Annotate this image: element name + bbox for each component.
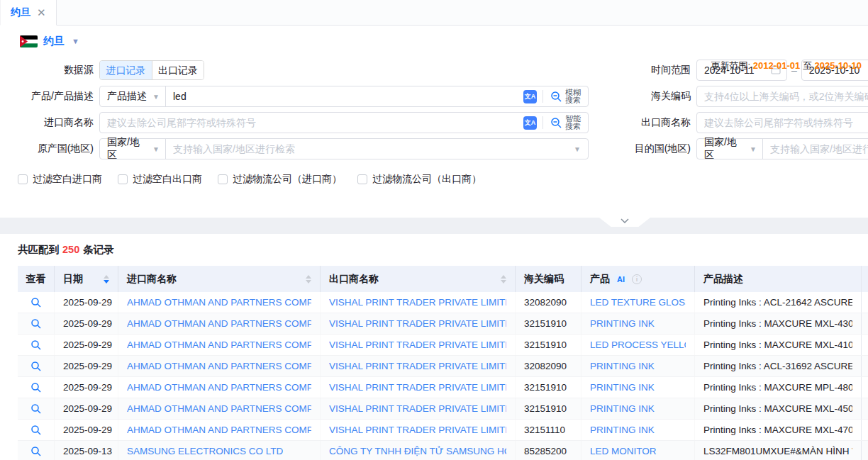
checkbox-icon[interactable] <box>357 174 367 184</box>
header-hs-code: 海关编码 <box>516 266 582 292</box>
importer-name-input[interactable] <box>100 113 523 133</box>
product-select-value: 产品描述 <box>107 90 147 103</box>
jordan-flag-icon <box>20 35 38 47</box>
record-date: 2025-09-29 <box>55 335 118 355</box>
time-range-label: 时间范围 <box>589 64 696 77</box>
view-record-button[interactable] <box>30 318 42 330</box>
product-description: Printing Inks : MAXCURE MXL-4100... <box>695 335 862 355</box>
exporter-name-input[interactable] <box>696 112 868 133</box>
product-link[interactable]: PRINTING INK <box>590 361 655 371</box>
destination-country-input[interactable] <box>763 139 868 159</box>
hs-code-value: 32082090 <box>516 356 582 376</box>
importer-link[interactable]: AHMAD OTHMAN AND PARTNERS COMPA... <box>127 361 311 371</box>
smart-search-button[interactable]: 智能 搜索 <box>549 115 588 130</box>
view-record-button[interactable] <box>30 297 42 308</box>
product-description: Printing Inks : MAXCURE MXL-4500... <box>695 398 862 419</box>
hs-code-value: 32151110 <box>516 420 582 440</box>
checkbox-icon[interactable] <box>18 174 28 184</box>
exporter-link[interactable]: VISHAL PRINT TRADER PRIVATE LIMITED <box>329 361 506 371</box>
exporter-link[interactable]: CÔNG TY TNHH ĐIỆN TỬ SAMSUNG HCMC... <box>329 446 506 456</box>
results-summary: 共匹配到250条记录 <box>0 234 868 257</box>
sort-control-importer[interactable] <box>306 275 311 284</box>
importer-link[interactable]: AHMAD OTHMAN AND PARTNERS COMPA... <box>127 297 311 308</box>
filter-logistics-importer[interactable]: 过滤物流公司（进口商） <box>218 173 342 186</box>
product-label: 产品/产品描述 <box>0 90 99 103</box>
translate-icon[interactable]: 文A <box>523 116 537 130</box>
product-field-select[interactable]: 产品描述 ▼ <box>100 86 165 106</box>
importer-link[interactable]: AHMAD OTHMAN AND PARTNERS COMPA... <box>127 382 311 393</box>
exporter-link[interactable]: VISHAL PRINT TRADER PRIVATE LIMITED <box>329 403 506 414</box>
translate-icon[interactable]: 文A <box>523 90 537 103</box>
importer-link[interactable]: AHMAD OTHMAN AND PARTNERS COMPA... <box>127 318 311 329</box>
info-icon[interactable]: i <box>632 274 642 284</box>
view-record-button[interactable] <box>30 382 42 393</box>
product-link[interactable]: PRINTING INK <box>590 425 655 435</box>
importer-link[interactable]: AHMAD OTHMAN AND PARTNERS COMPA... <box>127 340 311 350</box>
filter-blank-importer[interactable]: 过滤空白进口商 <box>18 173 102 186</box>
destination-select-value: 国家/地区 <box>704 136 745 162</box>
product-description: Printing Inks : MAXCURE MXL-4300... <box>695 313 862 334</box>
chevron-down-icon: ▼ <box>574 145 581 153</box>
importer-link[interactable]: AHMAD OTHMAN AND PARTNERS COMPA... <box>127 403 311 414</box>
exporter-link[interactable]: VISHAL PRINT TRADER PRIVATE LIMITED <box>329 318 506 329</box>
match-count: 250 <box>59 244 83 255</box>
product-link[interactable]: PRINTING INK <box>590 318 655 329</box>
update-range-start: 2012-01-01 <box>753 60 801 71</box>
table-row: 2025-09-29 AHMAD OTHMAN AND PARTNERS COM… <box>18 335 868 356</box>
product-link[interactable]: LED TEXTURE GLOSS ... <box>590 297 686 308</box>
fuzzy-search-label: 模糊 搜索 <box>565 89 581 104</box>
importer-link[interactable]: SAMSUNG ELECTRONICS CO LTD <box>127 446 283 456</box>
product-description: LS32FM801UMXUE#&MÀN HÌNH VI ... <box>695 441 862 460</box>
exporter-label: 出口商名称 <box>589 116 696 129</box>
chevron-down-icon[interactable]: ▼ <box>72 37 79 45</box>
header-view: 查看 <box>18 266 55 292</box>
sort-control-date[interactable] <box>104 275 109 284</box>
view-record-button[interactable] <box>30 403 42 415</box>
filter-logistics-exporter[interactable]: 过滤物流公司（出口商） <box>357 173 482 186</box>
table-row: 2025-09-29 AHMAD OTHMAN AND PARTNERS COM… <box>18 420 868 441</box>
record-date: 2025-09-29 <box>55 313 118 334</box>
fuzzy-search-button[interactable]: 模糊 搜索 <box>549 89 588 104</box>
exporter-link[interactable]: VISHAL PRINT TRADER PRIVATE LIMITED <box>329 297 506 308</box>
view-record-button[interactable] <box>30 446 42 457</box>
origin-country-input[interactable] <box>166 139 569 159</box>
origin-country-select[interactable]: 国家/地区 ▼ <box>100 139 165 159</box>
view-record-button[interactable] <box>30 361 42 372</box>
exporter-link[interactable]: VISHAL PRINT TRADER PRIVATE LIMITED <box>329 382 506 393</box>
close-icon[interactable]: ✕ <box>37 7 46 18</box>
product-link[interactable]: LED MONITOR <box>590 446 657 456</box>
header-extra <box>862 266 868 292</box>
tab-jordan[interactable]: 约旦 ✕ <box>0 0 57 26</box>
search-form: 数据源 进口记录 出口记录 时间范围 – <box>0 60 868 186</box>
product-link[interactable]: PRINTING INK <box>590 382 655 393</box>
checkbox-icon[interactable] <box>218 174 228 184</box>
exporter-name-field[interactable] <box>704 113 868 133</box>
country-header: 约旦 ▼ <box>0 26 868 57</box>
collapse-search-panel-handle[interactable] <box>599 218 650 227</box>
product-link[interactable]: PRINTING INK <box>590 403 655 414</box>
checkbox-icon[interactable] <box>118 174 128 184</box>
record-date: 2025-09-29 <box>55 377 118 398</box>
record-date: 2025-09-29 <box>55 398 118 419</box>
importer-link[interactable]: AHMAD OTHMAN AND PARTNERS COMPA... <box>127 425 311 435</box>
hs-code-value: 85285200 <box>516 441 582 460</box>
exporter-link[interactable]: VISHAL PRINT TRADER PRIVATE LIMITED <box>329 340 506 350</box>
hs-code-value: 32151910 <box>516 398 582 419</box>
hs-code-field[interactable] <box>704 86 868 106</box>
table-header: 查看 日期 进口商名称 出口商名称 海关编码 产品 AI i 产品描述 <box>18 266 868 292</box>
destination-country-select[interactable]: 国家/地区 ▼ <box>697 139 762 159</box>
record-date: 2025-09-29 <box>55 292 118 313</box>
hs-code-input[interactable] <box>696 86 868 107</box>
product-search-input[interactable] <box>166 86 523 106</box>
product-link[interactable]: LED PROCESS YELLOW... <box>590 340 686 350</box>
table-row: 2025-09-13 SAMSUNG ELECTRONICS CO LTD CÔ… <box>18 441 868 460</box>
sort-control-exporter[interactable] <box>501 275 506 284</box>
tab-import-records[interactable]: 进口记录 <box>100 61 152 79</box>
product-description: Printing Inks : MAXCURE MPL-4800E... <box>695 377 862 398</box>
update-range: 更新范围: 2012-01-01 至 2025-10-10 <box>711 60 862 72</box>
tab-export-records[interactable]: 出口记录 <box>152 61 204 79</box>
view-record-button[interactable] <box>30 425 42 436</box>
view-record-button[interactable] <box>30 340 42 351</box>
exporter-link[interactable]: VISHAL PRINT TRADER PRIVATE LIMITED <box>329 425 506 435</box>
filter-blank-exporter[interactable]: 过滤空白出口商 <box>118 173 202 186</box>
